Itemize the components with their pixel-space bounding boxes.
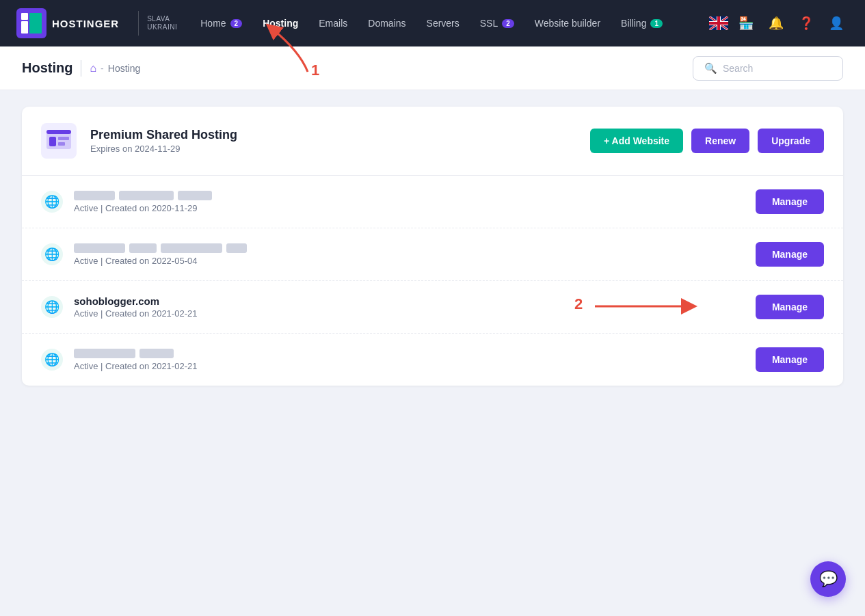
nav-hosting[interactable]: Hosting <box>253 12 308 34</box>
hosting-plan-icon <box>41 123 77 159</box>
navbar: HOSTINGER SLAVA UKRAINI Home 2 Hosting E… <box>0 0 865 46</box>
manage-button-4[interactable]: Manage <box>756 347 824 372</box>
website-row-2: 🌐 Active | Created on 2022-05-04 Manage <box>22 228 843 281</box>
svg-rect-12 <box>709 22 728 25</box>
notifications-button[interactable]: 🔔 <box>764 11 788 36</box>
svg-rect-18 <box>58 137 69 140</box>
website-info-3: sohoblogger.com Active | Created on 2021… <box>74 295 745 319</box>
domain-redacted-1 <box>74 191 745 200</box>
upgrade-button[interactable]: Upgrade <box>758 129 824 153</box>
nav-billing[interactable]: Billing 1 <box>611 12 672 34</box>
nav-divider <box>138 11 139 36</box>
website-info-1: Active | Created on 2020-11-29 <box>74 191 745 213</box>
hostinger-logo-icon <box>16 8 46 38</box>
website-status-2: Active | Created on 2022-05-04 <box>74 256 745 266</box>
nav-servers[interactable]: Servers <box>417 12 469 34</box>
main-content: Premium Shared Hosting Expires on 2024-1… <box>0 90 865 402</box>
nav-right-icons: 🏪 🔔 ❓ 👤 <box>709 11 849 36</box>
breadcrumb-divider <box>81 60 81 77</box>
globe-icon-2: 🌐 <box>41 243 63 265</box>
breadcrumb-nav: ⌂ - Hosting <box>90 62 140 75</box>
nav-links: Home 2 Hosting Emails Domains Servers SS… <box>191 12 709 34</box>
website-status-1: Active | Created on 2020-11-29 <box>74 203 745 213</box>
globe-icon-1: 🌐 <box>41 191 63 213</box>
nav-ssl[interactable]: SSL 2 <box>470 12 524 34</box>
domain-redacted-2 <box>74 243 745 253</box>
nav-home[interactable]: Home 2 <box>191 12 252 34</box>
svg-rect-19 <box>58 142 65 146</box>
language-flag[interactable] <box>709 16 728 30</box>
add-website-button[interactable]: + Add Website <box>590 129 683 153</box>
hosting-actions: + Add Website Renew Upgrade <box>590 129 824 153</box>
manage-button-1[interactable]: Manage <box>756 189 824 214</box>
breadcrumb-separator: - <box>101 63 104 74</box>
hosting-plan-name: Premium Shared Hosting <box>90 128 576 142</box>
search-icon: 🔍 <box>704 62 717 75</box>
website-domain-3: sohoblogger.com <box>74 295 745 307</box>
manage-button-3[interactable]: Manage <box>756 295 824 319</box>
website-info-4: Active | Created on 2021-02-21 <box>74 349 745 371</box>
nav-emails[interactable]: Emails <box>309 12 357 34</box>
page-title: Hosting <box>22 60 72 76</box>
search-box: 🔍 <box>693 56 843 81</box>
renew-button[interactable]: Renew <box>691 129 749 153</box>
manage-button-2[interactable]: Manage <box>756 242 824 267</box>
hosting-expires: Expires on 2024-11-29 <box>90 144 576 154</box>
slava-ukraini: SLAVA UKRAINI <box>147 15 177 31</box>
search-input[interactable] <box>723 63 831 74</box>
breadcrumb-home-icon[interactable]: ⌂ <box>90 62 96 75</box>
user-profile-button[interactable]: 👤 <box>824 11 849 36</box>
hosting-plan-info: Premium Shared Hosting Expires on 2024-1… <box>90 128 576 154</box>
help-button[interactable]: ❓ <box>794 11 819 36</box>
chat-icon: 💬 <box>819 570 838 588</box>
website-info-2: Active | Created on 2022-05-04 <box>74 243 745 266</box>
svg-rect-1 <box>21 13 28 20</box>
svg-rect-16 <box>46 130 71 134</box>
breadcrumb-current: Hosting <box>108 63 140 74</box>
store-icon-button[interactable]: 🏪 <box>734 11 758 36</box>
nav-website-builder[interactable]: Website builder <box>525 12 610 34</box>
website-status-3: Active | Created on 2021-02-21 <box>74 308 745 319</box>
hosting-card: Premium Shared Hosting Expires on 2024-1… <box>22 107 843 386</box>
globe-icon-4: 🌐 <box>41 349 63 371</box>
breadcrumb-section: Hosting ⌂ - Hosting <box>22 60 140 77</box>
domain-redacted-4 <box>74 349 745 358</box>
website-status-4: Active | Created on 2021-02-21 <box>74 361 745 371</box>
svg-rect-2 <box>21 21 28 34</box>
nav-domains[interactable]: Domains <box>358 12 415 34</box>
svg-rect-3 <box>29 13 42 34</box>
chat-bubble-button[interactable]: 💬 <box>810 561 846 597</box>
website-row-1: 🌐 Active | Created on 2020-11-29 Manage <box>22 176 843 228</box>
brand-logo[interactable]: HOSTINGER <box>16 8 119 38</box>
globe-icon-3: 🌐 <box>41 296 63 318</box>
website-row-3: 🌐 sohoblogger.com Active | Created on 20… <box>22 281 843 334</box>
svg-rect-17 <box>49 137 56 146</box>
subheader: Hosting ⌂ - Hosting 🔍 <box>0 46 865 90</box>
hosting-header: Premium Shared Hosting Expires on 2024-1… <box>22 107 843 176</box>
website-row-4: 🌐 Active | Created on 2021-02-21 Manage <box>22 334 843 386</box>
brand-name: HOSTINGER <box>52 18 119 29</box>
